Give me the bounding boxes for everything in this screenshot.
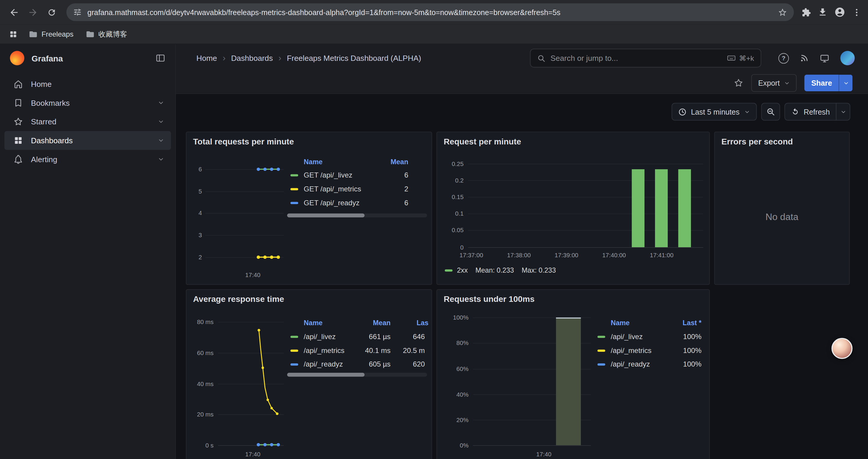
forward-icon[interactable] — [23, 3, 42, 22]
legend-row[interactable]: GET /api/_readyz 6 — [287, 196, 427, 210]
series-name[interactable]: /api/_livez — [304, 332, 336, 340]
legend-row[interactable]: /api/_readyz 605 µs 620 — [287, 357, 427, 371]
profile-icon[interactable] — [834, 6, 845, 18]
share-menu-button[interactable] — [839, 75, 852, 91]
url-text[interactable]: grafana.mathmast.com/d/deytv4rwavabkb/fr… — [88, 8, 772, 16]
favorite-star-icon[interactable] — [734, 78, 744, 88]
back-icon[interactable] — [4, 3, 23, 22]
breadcrumb-home[interactable]: Home — [196, 54, 217, 63]
sidebar-item-label: Home — [31, 80, 52, 89]
help-icon[interactable]: ? — [778, 53, 789, 64]
legend-header-last[interactable]: Las — [416, 319, 428, 327]
sidebar-item-alerting[interactable]: Alerting — [4, 150, 171, 169]
legend-header-name[interactable]: Name — [304, 319, 322, 327]
legend-header: Name Last * — [594, 319, 704, 329]
refresh-button[interactable]: Refresh — [784, 103, 837, 121]
y-tick: 0 s — [193, 442, 213, 448]
scrollbar-thumb[interactable] — [287, 373, 365, 376]
refresh-interval-button[interactable] — [836, 103, 850, 121]
series-name[interactable]: GET /api/_metrics — [304, 185, 361, 193]
site-settings-icon[interactable] — [73, 8, 82, 17]
series-last: 620 — [413, 360, 425, 368]
breadcrumb: Home › Dashboards › Freeleaps Metrics Da… — [196, 44, 421, 72]
chevron-down-icon[interactable] — [158, 100, 164, 106]
share-button[interactable]: Share — [805, 75, 839, 91]
zoom-out-button[interactable] — [761, 103, 780, 121]
export-button[interactable]: Export — [752, 74, 797, 92]
series-name[interactable]: 2xx — [457, 267, 468, 274]
legend-row[interactable]: /api/_livez 100% — [594, 330, 704, 343]
bookmarks-bar: Freeleaps 收藏博客 — [0, 24, 868, 44]
header-icons: ? — [778, 44, 855, 72]
grafana-logo[interactable] — [10, 51, 25, 65]
panel-title[interactable]: Requests under 100ms — [444, 294, 535, 304]
share-label: Share — [811, 79, 832, 87]
panel-title[interactable]: Total requests per minute — [193, 137, 294, 146]
legend-row[interactable]: GET /api/_metrics 2 — [287, 182, 427, 196]
series-last: 100% — [683, 346, 701, 355]
shortcut-label: ⌘+k — [739, 54, 754, 62]
news-rss-icon[interactable] — [800, 54, 809, 63]
downloads-icon[interactable] — [818, 7, 828, 17]
bookmark-freeleaps[interactable]: Freeleaps — [24, 28, 78, 41]
legend-header-last[interactable]: Last * — [683, 319, 702, 327]
legend-max: Max: 0.233 — [522, 267, 556, 274]
series-name[interactable]: /api/_metrics — [611, 346, 651, 355]
series-name[interactable]: /api/_readyz — [611, 360, 650, 368]
search-input[interactable]: Search or jump to... ⌘+k — [530, 49, 761, 68]
user-avatar[interactable] — [840, 51, 855, 65]
url-bar[interactable]: grafana.mathmast.com/d/deytv4rwavabkb/fr… — [66, 3, 794, 21]
chevron-down-icon[interactable] — [158, 119, 164, 125]
y-tick: 5 — [191, 188, 202, 195]
series-name[interactable]: GET /api/_livez — [304, 171, 352, 179]
series-name[interactable]: GET /api/_readyz — [304, 198, 360, 207]
series-name[interactable]: /api/_livez — [611, 332, 643, 340]
bookmark-blog-favorites[interactable]: 收藏博客 — [81, 27, 131, 41]
breadcrumb-dashboards[interactable]: Dashboards — [231, 54, 273, 63]
legend-header-mean[interactable]: Mean — [373, 319, 391, 327]
panel-title[interactable]: Request per minute — [444, 137, 521, 146]
extensions-icon[interactable] — [802, 7, 811, 17]
legend-scrollbar[interactable] — [287, 373, 427, 376]
legend-header-mean[interactable]: Mean — [391, 158, 408, 166]
legend-row[interactable]: /api/_readyz 100% — [594, 357, 704, 371]
series-name[interactable]: /api/_metrics — [304, 346, 344, 355]
legend-row[interactable]: GET /api/_livez 6 — [287, 168, 427, 182]
browser-menu-icon[interactable] — [852, 7, 862, 17]
panel-title[interactable]: Errors per second — [721, 137, 793, 146]
legend-scrollbar[interactable] — [287, 214, 427, 218]
bookmark-star-icon[interactable] — [778, 7, 787, 17]
chevron-down-icon[interactable] — [158, 156, 164, 162]
chevron-down-icon[interactable] — [158, 137, 164, 143]
series-point — [257, 167, 260, 171]
series-name[interactable]: /api/_readyz — [304, 360, 343, 368]
panel-title[interactable]: Average response time — [193, 294, 284, 304]
legend-item-2xx[interactable]: 2xx — [445, 267, 468, 274]
legend-header-name[interactable]: Name — [304, 158, 322, 166]
x-tick: 17:40:00 — [596, 252, 632, 258]
collapse-sidebar-icon[interactable] — [155, 53, 165, 63]
sidebar-item-home[interactable]: Home — [4, 75, 171, 94]
monitor-icon[interactable] — [820, 54, 829, 63]
reload-icon[interactable] — [42, 3, 61, 22]
scrollbar-thumb[interactable] — [287, 214, 365, 218]
sidebar-item-bookmarks[interactable]: Bookmarks — [4, 93, 171, 112]
legend-mean: Mean: 0.233 — [475, 267, 514, 274]
y-tick: 60% — [446, 366, 469, 372]
sidebar-item-dashboards[interactable]: Dashboards — [4, 131, 171, 150]
apps-grid-icon[interactable] — [6, 26, 21, 42]
sidebar-item-starred[interactable]: Starred — [4, 112, 171, 131]
legend-row[interactable]: /api/_metrics 40.1 ms 20.5 m — [287, 343, 427, 357]
legend-header: Name Mean — [287, 158, 427, 168]
time-range-picker[interactable]: Last 5 minutes — [672, 103, 756, 121]
sidebar-item-label: Alerting — [31, 155, 57, 164]
series-point — [277, 256, 280, 259]
y-tick: 0.1 — [445, 210, 464, 217]
floating-assistant-avatar[interactable] — [831, 338, 852, 359]
legend-header-name[interactable]: Name — [611, 319, 629, 327]
legend-row[interactable]: /api/_livez 661 µs 646 — [287, 330, 427, 343]
bar-2xx — [655, 169, 668, 247]
grafana-sidebar: Grafana Home Bookmarks — [0, 44, 176, 459]
legend-row[interactable]: /api/_metrics 100% — [594, 343, 704, 357]
series-color-swatch — [290, 363, 298, 365]
